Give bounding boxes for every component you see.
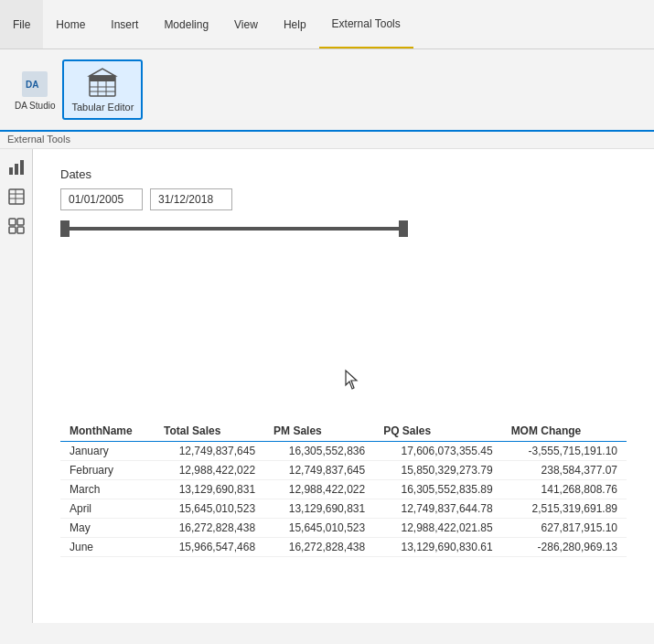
table-cell: 16,272,828,438: [155, 519, 264, 538]
table-cell: 12,988,422,021.85: [374, 519, 501, 538]
table-cell: 16,272,828,438: [264, 538, 374, 557]
table-cell: 15,850,329,273.79: [374, 461, 501, 480]
menu-file[interactable]: File: [0, 0, 43, 48]
table-cell: 12,749,837,645: [264, 461, 374, 480]
table-row: June15,966,547,46816,272,828,43813,129,6…: [60, 538, 627, 557]
dates-section: Dates: [60, 167, 627, 238]
menu-help[interactable]: Help: [271, 0, 319, 48]
menu-insert[interactable]: Insert: [98, 0, 151, 48]
main-content: Dates MonthName: [33, 149, 654, 623]
table-header-row: MonthName Total Sales PM Sales PQ Sales …: [60, 421, 627, 442]
da-studio-label: DA Studio: [15, 101, 55, 112]
table-cell: 16,305,552,836: [264, 442, 374, 461]
data-table: MonthName Total Sales PM Sales PQ Sales …: [60, 421, 627, 557]
table-cell: 627,817,915.10: [502, 519, 627, 538]
col-total-sales: Total Sales: [155, 421, 264, 442]
table-cell: 13,129,690,831: [264, 499, 374, 519]
table-cell: 12,749,837,644.78: [374, 499, 501, 519]
slider-handle-left[interactable]: [60, 220, 70, 237]
tabular-editor-label: Tabular Editor: [71, 102, 134, 113]
dates-inputs: [60, 188, 627, 210]
table-row: February12,988,422,02212,749,837,64515,8…: [60, 461, 627, 480]
svg-rect-10: [15, 164, 18, 175]
table-cell: January: [60, 442, 155, 461]
table-cell: 12,988,422,022: [264, 480, 374, 499]
da-studio-button[interactable]: DA DA Studio: [7, 64, 62, 115]
table-cell: March: [60, 480, 155, 499]
tabular-editor-icon: [84, 65, 121, 102]
menu-bar: File Home Insert Modeling View Help Exte…: [0, 0, 654, 49]
svg-rect-18: [9, 227, 16, 233]
date-slider[interactable]: [60, 220, 627, 238]
col-monthname: MonthName: [60, 421, 155, 442]
ribbon: DA DA Studio Tabular Editor: [0, 49, 654, 132]
table-cell: 15,645,010,523: [264, 519, 374, 538]
table-cell: April: [60, 499, 155, 519]
svg-marker-8: [90, 69, 115, 76]
table-cell: 12,988,422,022: [155, 461, 264, 480]
svg-rect-17: [17, 219, 24, 225]
main-area: Dates MonthName: [0, 149, 654, 623]
start-date-input[interactable]: [60, 188, 143, 210]
svg-rect-16: [9, 219, 16, 225]
da-studio-icon: DA: [18, 68, 51, 101]
slider-handle-right[interactable]: [399, 220, 408, 237]
left-sidebar: [0, 149, 33, 623]
menu-modeling[interactable]: Modeling: [151, 0, 221, 48]
col-pm-sales: PM Sales: [264, 421, 374, 442]
table-cell: 238,584,377.07: [502, 461, 627, 480]
table-cell: 12,749,837,645: [155, 442, 264, 461]
svg-rect-3: [90, 76, 115, 81]
model-sidebar-icon[interactable]: [4, 213, 29, 239]
data-table-section: MonthName Total Sales PM Sales PQ Sales …: [60, 421, 627, 557]
bar-chart-sidebar-icon[interactable]: [4, 155, 29, 180]
table-cell: 16,305,552,835.89: [374, 480, 501, 499]
dates-label: Dates: [60, 167, 627, 181]
col-mom-change: MOM Change: [502, 421, 627, 442]
table-cell: -3,555,715,191.10: [502, 442, 627, 461]
slider-track: [60, 227, 408, 231]
table-row: May16,272,828,43815,645,010,52312,988,42…: [60, 519, 627, 538]
menu-home[interactable]: Home: [43, 0, 98, 48]
menu-view[interactable]: View: [221, 0, 271, 48]
svg-rect-19: [17, 227, 24, 233]
table-cell: 141,268,808.76: [502, 480, 627, 499]
table-cell: May: [60, 519, 155, 538]
table-row: April15,645,010,52313,129,690,83112,749,…: [60, 499, 627, 519]
external-tools-breadcrumb: External Tools: [0, 132, 654, 149]
table-row: March13,129,690,83112,988,422,02216,305,…: [60, 480, 627, 499]
table-cell: -286,280,969.13: [502, 538, 627, 557]
table-cell: 17,606,073,355.45: [374, 442, 501, 461]
svg-rect-11: [20, 160, 24, 175]
table-cell: 13,129,690,830.61: [374, 538, 501, 557]
svg-rect-12: [9, 189, 24, 204]
table-row: January12,749,837,64516,305,552,83617,60…: [60, 442, 627, 461]
table-sidebar-icon[interactable]: [4, 184, 29, 209]
table-cell: 15,645,010,523: [155, 499, 264, 519]
menu-external-tools[interactable]: External Tools: [319, 0, 413, 48]
table-cell: February: [60, 461, 155, 480]
mouse-cursor: [344, 369, 362, 393]
end-date-input[interactable]: [150, 188, 232, 210]
svg-text:DA: DA: [26, 80, 38, 90]
svg-rect-9: [9, 167, 13, 175]
table-cell: June: [60, 538, 155, 557]
tabular-editor-button[interactable]: Tabular Editor: [62, 59, 143, 119]
svg-marker-20: [346, 370, 357, 389]
col-pq-sales: PQ Sales: [374, 421, 501, 442]
table-body: January12,749,837,64516,305,552,83617,60…: [60, 442, 627, 557]
table-cell: 13,129,690,831: [155, 480, 264, 499]
table-cell: 2,515,319,691.89: [502, 499, 627, 519]
table-cell: 15,966,547,468: [155, 538, 264, 557]
